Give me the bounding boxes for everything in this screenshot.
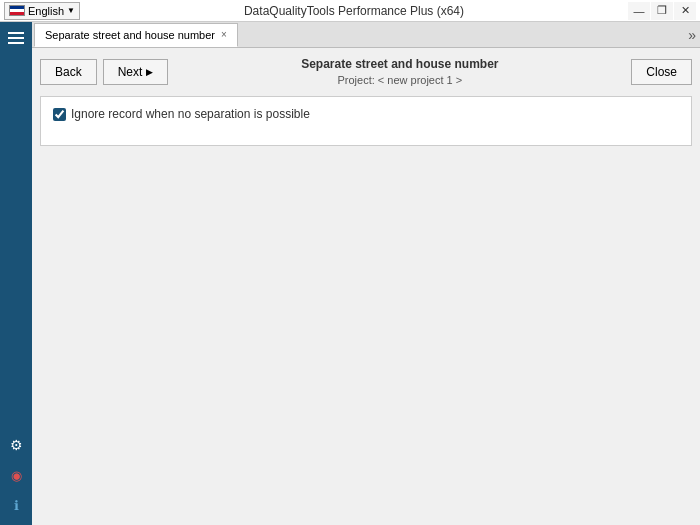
wizard-nav-buttons: Back Next ▶	[40, 59, 168, 85]
wizard-title-area: Separate street and house number Project…	[168, 56, 631, 88]
language-dropdown-arrow: ▼	[67, 6, 75, 15]
wizard-area: Back Next ▶ Separate street and house nu…	[32, 48, 700, 525]
wizard-main-title: Separate street and house number	[168, 56, 631, 73]
settings-button[interactable]: ⚙	[2, 431, 30, 459]
tab-overflow-button[interactable]: »	[688, 27, 696, 43]
menu-line-2	[8, 37, 24, 39]
wizard-sub-title: Project: < new project 1 >	[168, 73, 631, 88]
back-label: Back	[55, 65, 82, 79]
options-panel: Ignore record when no separation is poss…	[40, 96, 692, 146]
gear-icon: ⚙	[10, 437, 23, 453]
title-bar-left: English ▼	[4, 2, 80, 20]
tab-label: Separate street and house number	[45, 29, 215, 41]
content-area: Separate street and house number × » Bac…	[32, 22, 700, 525]
ignore-record-label[interactable]: Ignore record when no separation is poss…	[71, 107, 310, 121]
menu-line-1	[8, 32, 24, 34]
flag-icon	[9, 5, 25, 16]
active-tab[interactable]: Separate street and house number ×	[34, 23, 238, 47]
window-controls: — ❐ ✕	[628, 2, 696, 20]
menu-line-3	[8, 42, 24, 44]
wizard-close-button[interactable]: Close	[631, 59, 692, 85]
restore-button[interactable]: ❐	[651, 2, 673, 20]
info-icon: ℹ	[14, 498, 19, 513]
tab-close-button[interactable]: ×	[221, 30, 227, 40]
wizard-toolbar: Back Next ▶ Separate street and house nu…	[40, 56, 692, 88]
language-selector[interactable]: English ▼	[4, 2, 80, 20]
window-close-button[interactable]: ✕	[674, 2, 696, 20]
help-icon: ◉	[11, 468, 22, 483]
app-container: ⚙ ◉ ℹ Separate street and house number ×…	[0, 22, 700, 525]
tab-bar: Separate street and house number × »	[32, 22, 700, 48]
sidebar-menu-button[interactable]	[2, 26, 30, 50]
minimize-button[interactable]: —	[628, 2, 650, 20]
help-button[interactable]: ◉	[2, 461, 30, 489]
language-label: English	[28, 5, 64, 17]
ignore-record-checkbox[interactable]	[53, 108, 66, 121]
info-button[interactable]: ℹ	[2, 491, 30, 519]
title-bar: English ▼ DataQualityTools Performance P…	[0, 0, 700, 22]
ignore-record-row: Ignore record when no separation is poss…	[53, 107, 679, 121]
next-label: Next	[118, 65, 143, 79]
next-arrow-icon: ▶	[146, 67, 153, 77]
next-button[interactable]: Next ▶	[103, 59, 169, 85]
back-button[interactable]: Back	[40, 59, 97, 85]
app-title: DataQualityTools Performance Plus (x64)	[80, 4, 628, 18]
sidebar: ⚙ ◉ ℹ	[0, 22, 32, 525]
